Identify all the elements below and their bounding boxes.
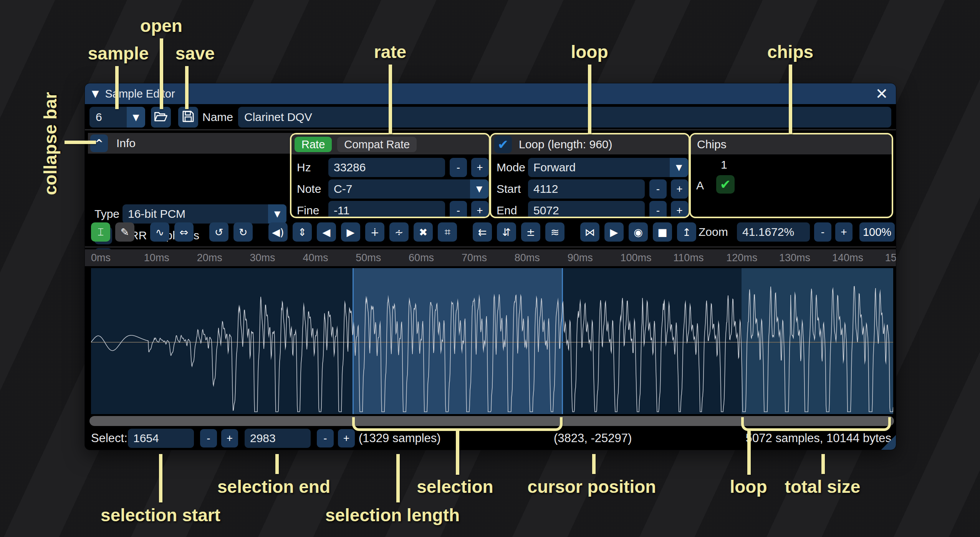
loop-end-input[interactable]: 5072 — [528, 201, 645, 218]
import-button[interactable]: ↥ — [677, 222, 696, 242]
sample-number-value: 6 — [89, 107, 127, 128]
timeline-tick: 120ms — [726, 249, 757, 266]
divider — [85, 129, 896, 130]
hz-input[interactable]: 33286 — [328, 158, 445, 177]
selection-start-input[interactable]: 1654 — [128, 429, 194, 448]
annotation-cursor-position: cursor position — [528, 476, 656, 497]
chevron-down-icon[interactable]: ▼ — [670, 158, 688, 177]
chevron-down-icon[interactable]: ▼ — [127, 107, 145, 128]
preview-loop-button[interactable]: ◉ — [629, 222, 648, 242]
loop-end-decrease-button[interactable]: - — [649, 201, 667, 218]
selection-start-increase-button[interactable]: + — [221, 429, 238, 448]
annotation-line-save — [185, 66, 189, 109]
loop-end-label: End — [497, 201, 517, 218]
tab-compat-rate[interactable]: Compat Rate — [337, 137, 417, 152]
save-sample-button[interactable] — [178, 107, 198, 128]
annotation-open: open — [140, 15, 182, 36]
window-collapse-icon[interactable]: ▼ — [92, 88, 99, 99]
select-tool-button[interactable]: ⌶ — [91, 222, 110, 242]
loop-start-decrease-button[interactable]: - — [649, 179, 667, 199]
cursor-position-text: (3823, -25297) — [554, 429, 632, 448]
stop-button[interactable]: ■ — [653, 222, 672, 242]
chip-enable-checkbox[interactable]: ✔ — [716, 175, 735, 194]
select-label: Select: — [91, 429, 127, 448]
loop-panel: ✔ Loop (length: 960) Mode Forward ▼ Star… — [490, 133, 690, 218]
open-sample-button[interactable] — [151, 107, 171, 128]
note-dropdown[interactable]: C-7 ▼ — [328, 179, 488, 199]
crossfade-button[interactable]: ⋈ — [580, 222, 599, 242]
loop-start-increase-button[interactable]: + — [671, 179, 688, 199]
fade-in-button[interactable]: ◀ — [317, 222, 336, 242]
annotation-loop-marker: loop — [730, 476, 767, 497]
timeline-tick: 30ms — [250, 249, 275, 266]
hz-decrease-button[interactable]: - — [450, 158, 467, 177]
normalize-button[interactable]: ⇕ — [293, 222, 312, 242]
annotation-line-selection-end — [275, 454, 279, 474]
loop-header-label: Loop (length: 960) — [519, 138, 612, 151]
loop-enable-checkbox[interactable]: ✔ — [494, 136, 512, 153]
annotation-bracket-selection — [352, 417, 562, 431]
annotation-line-cursor-position — [592, 454, 596, 474]
chevron-down-icon[interactable]: ▼ — [268, 204, 286, 224]
fine-increase-button[interactable]: + — [471, 201, 488, 218]
folder-open-icon — [154, 111, 167, 124]
draw-tool-button[interactable]: ✎ — [115, 222, 134, 242]
loop-start-input[interactable]: 4112 — [528, 179, 645, 199]
annotation-line-loop — [588, 65, 591, 134]
window-resize-grip[interactable] — [881, 434, 896, 450]
waveform-display[interactable] — [91, 268, 893, 414]
loop-mode-dropdown[interactable]: Forward ▼ — [528, 158, 688, 177]
fine-decrease-button[interactable]: - — [450, 201, 467, 218]
resample-button[interactable]: ⇔ — [174, 222, 194, 242]
annotation-bracket-loop — [741, 417, 891, 431]
reverse-button[interactable]: ⇇ — [473, 222, 492, 242]
annotation-stem-loop — [747, 430, 751, 475]
zoom-input[interactable]: 41.1672% — [737, 222, 810, 242]
trim-button[interactable]: ⌗ — [438, 222, 457, 242]
timeline-tick: 60ms — [409, 249, 434, 266]
selection-end-decrease-button[interactable]: - — [317, 429, 334, 448]
delete-button[interactable]: ✖ — [414, 222, 433, 242]
resize-button[interactable]: ∿ — [150, 222, 169, 242]
loop-end-increase-button[interactable]: + — [671, 201, 688, 218]
timeline-tick: 150ms — [885, 249, 896, 266]
undo-button[interactable]: ↺ — [209, 222, 228, 242]
fine-input[interactable]: -11 — [328, 201, 445, 218]
zoom-in-button[interactable]: + — [835, 222, 853, 242]
titlebar[interactable]: ▼ Sample Editor ✕ — [85, 83, 896, 104]
timeline-ruler: 0ms10ms20ms30ms40ms50ms60ms70ms80ms90ms1… — [85, 249, 896, 266]
hz-increase-button[interactable]: + — [471, 158, 488, 177]
annotation-line-selection-start — [159, 454, 162, 502]
redo-button[interactable]: ↻ — [233, 222, 253, 242]
zoom-reset-button[interactable]: 100% — [859, 222, 895, 242]
selection-end-increase-button[interactable]: + — [338, 429, 355, 448]
annotation-line-rate — [389, 65, 392, 134]
selection-length-text: (1329 samples) — [359, 429, 441, 448]
annotation-collapse-bar: collapse bar — [40, 91, 61, 195]
chevron-down-icon[interactable]: ▼ — [470, 179, 488, 199]
status-bar: Select: 1654 - + 2983 - + (1329 samples)… — [85, 429, 896, 448]
check-icon: ✔ — [498, 137, 509, 152]
filter-button[interactable]: ≋ — [545, 222, 564, 242]
selection-start-decrease-button[interactable]: - — [200, 429, 217, 448]
apply-silence-button[interactable]: ∻ — [389, 222, 409, 242]
insert-silence-button[interactable]: ∔ — [365, 222, 384, 242]
amplify-button[interactable]: ◀) — [268, 222, 288, 242]
zoom-out-button[interactable]: - — [814, 222, 831, 242]
timeline-tick: 90ms — [568, 249, 593, 266]
preview-button[interactable]: ▶ — [604, 222, 624, 242]
close-icon[interactable]: ✕ — [873, 85, 891, 103]
sample-name-input[interactable]: Clarinet DQV — [238, 107, 891, 128]
timeline-tick: 110ms — [673, 249, 704, 266]
invert-button[interactable]: ⇵ — [497, 222, 516, 242]
fade-out-button[interactable]: ▶ — [341, 222, 360, 242]
annotation-rate: rate — [374, 41, 406, 62]
loop-panel-header: ✔ Loop (length: 960) — [491, 134, 689, 154]
info-panel-title: Info — [116, 137, 136, 150]
loop-start-label: Start — [497, 179, 521, 199]
sign-button[interactable]: ± — [521, 222, 540, 242]
selection-end-input[interactable]: 2983 — [245, 429, 311, 448]
tab-rate[interactable]: Rate — [295, 137, 332, 152]
sample-type-dropdown[interactable]: 16-bit PCM ▼ — [122, 204, 286, 224]
sample-select-dropdown[interactable]: 6 ▼ — [89, 107, 145, 128]
